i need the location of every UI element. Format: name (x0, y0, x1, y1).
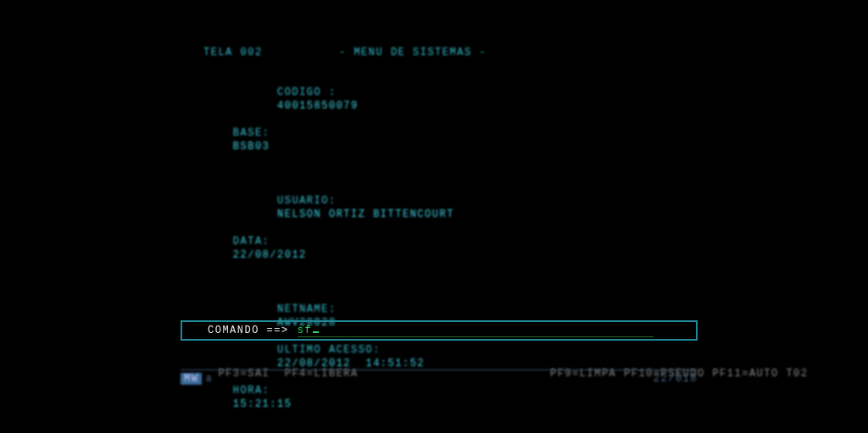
usuario-label: USUARIO: (277, 195, 337, 207)
netname-label: NETNAME: (277, 303, 337, 315)
screen-id: TELA 002 (203, 47, 339, 58)
ultimo-acesso-label: ULTIMO ACESSO: (277, 344, 381, 356)
command-input-box[interactable]: COMANDO ==> sf (181, 320, 698, 341)
data-value: 22/08/2012 (233, 249, 307, 261)
data-label: DATA: (233, 235, 280, 248)
command-label: COMANDO ==> (208, 325, 289, 336)
status-position: 22/018 (654, 373, 698, 385)
base-value: BSB03 (233, 141, 270, 153)
screen-title: - MENU DE SISTEMAS - (339, 47, 526, 58)
status-mid: a (205, 373, 213, 385)
codigo-value: 40015850079 (277, 100, 359, 112)
usuario-value: NELSON ORTIZ BITTENCOURT (277, 208, 454, 220)
cursor-icon (313, 331, 319, 333)
status-indicator: MW (181, 373, 202, 385)
codigo-label: CODIGO : (277, 86, 337, 98)
hora-value: 15:21:15 (233, 398, 292, 410)
command-input[interactable]: sf (298, 325, 654, 337)
base-label: BASE: (233, 126, 280, 140)
hora-label: HORA: (233, 384, 280, 397)
